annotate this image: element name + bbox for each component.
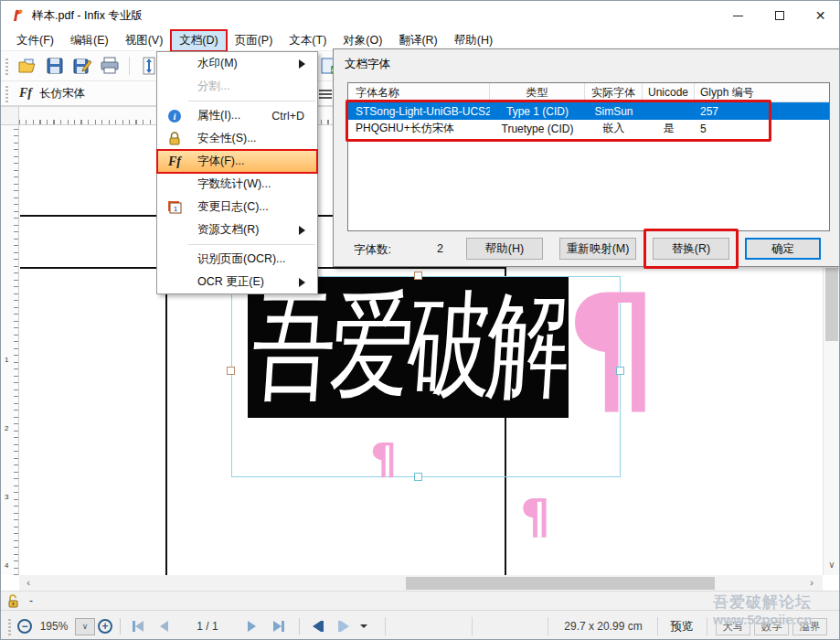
menu-file[interactable]: 文件(F): [8, 30, 62, 51]
document-fonts-dialog: 文档字体 字体名称 类型 实际字体 Unicode Glyph 编号 STSon…: [333, 48, 840, 267]
last-page-button[interactable]: [268, 611, 290, 640]
prev-page-button[interactable]: [153, 611, 175, 640]
menu-separator: [188, 101, 315, 101]
status-bar: − 195% ∨ + 1 / 1 29.7 x 20.99 cm 预览 大写 数…: [1, 610, 840, 640]
close-button[interactable]: ✕: [800, 1, 840, 30]
column-header-type[interactable]: 类型: [490, 83, 585, 101]
scroll-down-arrow[interactable]: ∨: [824, 560, 840, 574]
pilcrow-mark: ¶: [370, 443, 397, 476]
lock-bar: -: [1, 591, 840, 610]
submenu-arrow-icon: [299, 278, 310, 287]
zoom-in-button[interactable]: +: [96, 611, 114, 640]
minimize-button[interactable]: [718, 1, 759, 30]
print-icon: [100, 56, 120, 76]
selection-handle-right[interactable]: [616, 367, 624, 375]
selection-handle-left[interactable]: [227, 367, 235, 375]
page-indicator: 1 / 1: [180, 611, 235, 640]
svg-text:1: 1: [174, 205, 178, 213]
menu-item-watermark[interactable]: 水印(M): [157, 52, 317, 75]
ruler-number: 4: [5, 561, 14, 570]
menu-item-word-count[interactable]: 字数统计(W)...: [157, 173, 317, 196]
menu-view[interactable]: 视图(V): [117, 30, 172, 51]
selection-handle-top[interactable]: [414, 272, 422, 280]
menu-item-ocr-pages[interactable]: 识别页面(OCR)...: [157, 248, 317, 271]
font-badge: Ff: [19, 86, 32, 101]
save-as-icon: [72, 56, 92, 76]
menu-item-properties[interactable]: i 属性(I)... Ctrl+D: [157, 104, 317, 127]
column-header-actual[interactable]: 实际字体: [585, 83, 643, 101]
zoom-level: 195%: [36, 611, 72, 640]
menu-text[interactable]: 文本(T): [281, 30, 335, 51]
toolbar-grip[interactable]: [5, 84, 8, 102]
scroll-right-arrow[interactable]: ›: [804, 576, 819, 591]
justify-icon[interactable]: [319, 88, 332, 99]
ruler-number: 1: [5, 356, 14, 364]
save-button[interactable]: [44, 55, 66, 77]
open-button[interactable]: [16, 55, 38, 77]
menu-separator: [188, 244, 315, 245]
ruler-corner: [1, 107, 19, 125]
lockbar-text: -: [29, 594, 33, 607]
font-row[interactable]: PHQGHU+长仿宋体 Truetype (CID) 嵌入 是 5: [348, 120, 829, 137]
menu-shortcut: Ctrl+D: [271, 110, 304, 123]
dialog-title: 文档字体: [345, 57, 390, 72]
submenu-arrow-icon: [299, 226, 310, 235]
font-count-value: 2: [437, 242, 443, 255]
unlock-icon[interactable]: [7, 594, 20, 608]
menu-item-resource-doc[interactable]: 资源文档(R): [157, 219, 317, 241]
print-button[interactable]: [99, 55, 121, 77]
font-row-selected[interactable]: STSong-Light-UniGB-UCS2-H Type 1 (CID) S…: [348, 102, 829, 120]
overflow-indicator: 溢界: [792, 618, 827, 635]
window-title: 样本.pdf - Infix 专业版: [32, 8, 143, 24]
zoom-dropdown[interactable]: ∨: [74, 611, 96, 640]
help-button[interactable]: 帮助(H): [466, 238, 543, 260]
document-text: 吾爱破解: [248, 277, 569, 418]
column-header-unicode[interactable]: Unicode: [643, 83, 695, 101]
selection-handle-bottom[interactable]: [414, 473, 422, 481]
save-as-button[interactable]: [71, 55, 93, 77]
toolbar-separator: [129, 57, 130, 75]
info-icon: i: [165, 107, 185, 125]
vertical-scrollbar-thumb[interactable]: [825, 268, 838, 341]
font-ff-icon: Ff: [165, 153, 185, 171]
font-count-label: 字体数:: [354, 242, 391, 258]
lock-icon: [165, 130, 185, 148]
ok-button[interactable]: 确定: [745, 238, 821, 260]
menu-item-security[interactable]: 安全性(S)...: [157, 127, 317, 150]
zoom-out-button[interactable]: −: [16, 611, 34, 640]
menu-document[interactable]: 文档(D): [171, 30, 226, 51]
first-page-button[interactable]: [127, 611, 149, 640]
ruler-number: 2: [5, 424, 14, 432]
document-menu-dropdown: 水印(M) 分割... i 属性(I)... Ctrl+D 安全性(S)... …: [156, 51, 318, 294]
history-dropdown-caret[interactable]: [357, 611, 370, 640]
pilcrow-mark: ¶: [566, 292, 658, 404]
menu-item-split: 分割...: [157, 75, 317, 98]
menu-edit[interactable]: 编辑(E): [62, 30, 117, 51]
menu-item-font[interactable]: Ff 字体(F)...: [157, 150, 317, 173]
forward-view-button[interactable]: [332, 611, 356, 640]
highlighted-text-block[interactable]: 吾爱破解: [248, 277, 569, 418]
back-view-button[interactable]: [306, 611, 330, 640]
toolbar-grip[interactable]: [5, 57, 8, 75]
horizontal-scrollbar[interactable]: ‹ ›: [19, 575, 823, 591]
current-font-name[interactable]: 长仿宋体: [39, 86, 85, 101]
preview-toggle[interactable]: 预览: [659, 611, 705, 640]
open-folder-icon: [17, 56, 37, 76]
remap-button[interactable]: 重新映射(M): [559, 238, 636, 260]
replace-button[interactable]: 替换(R): [653, 238, 729, 260]
menu-item-ocr-correct[interactable]: OCR 更正(E): [157, 271, 317, 293]
title-bar: 样本.pdf - Infix 专业版 ✕: [1, 1, 840, 30]
horizontal-scrollbar-thumb[interactable]: [406, 577, 715, 590]
column-header-glyphs[interactable]: Glyph 编号: [695, 83, 827, 101]
changelog-icon: 1: [165, 198, 185, 217]
pilcrow-mark: ¶: [520, 498, 550, 536]
menu-page[interactable]: 页面(P): [227, 30, 282, 51]
num-indicator: 数字: [754, 618, 789, 635]
font-list: 字体名称 类型 实际字体 Unicode Glyph 编号 STSong-Lig…: [347, 82, 830, 231]
scroll-left-arrow[interactable]: ‹: [21, 576, 36, 591]
next-page-button[interactable]: [240, 611, 262, 640]
maximize-button[interactable]: [759, 1, 800, 30]
column-header-name[interactable]: 字体名称: [348, 83, 490, 101]
menu-item-changelog[interactable]: 1 变更日志(C)...: [157, 196, 317, 219]
page-size: 29.7 x 20.99 cm: [549, 611, 657, 640]
